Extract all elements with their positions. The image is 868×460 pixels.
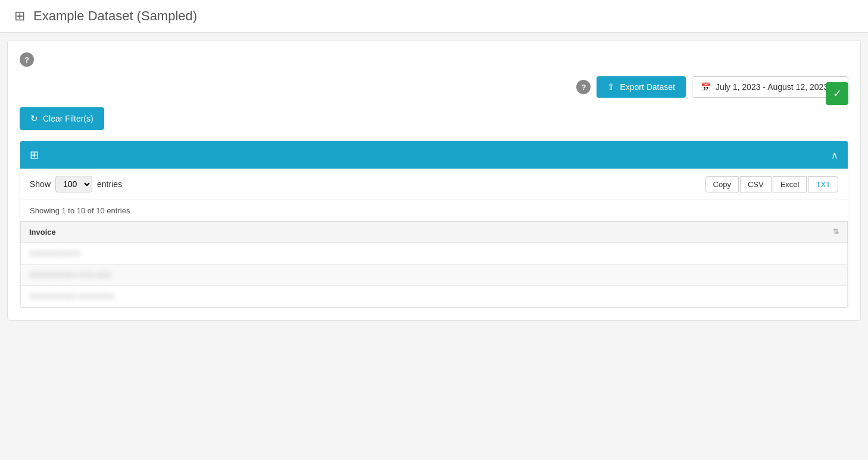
- table-row: XXXXXXXXX-XXXXXXX: [21, 286, 848, 307]
- export-dataset-button[interactable]: ⇧ Export Dataset: [597, 76, 686, 98]
- toolbar-help-icon[interactable]: ?: [576, 80, 591, 94]
- sort-icon: ⇅: [833, 228, 839, 236]
- collapse-icon[interactable]: ∧: [831, 150, 838, 161]
- checkmark-icon: ✓: [833, 87, 842, 100]
- table-controls: Show 100 10 25 50 entries Copy CSV Excel…: [20, 169, 848, 200]
- table-header-bar: ⊞ ∧: [20, 141, 848, 169]
- help-row: ?: [20, 52, 848, 67]
- invoice-cell: XXXXXXXXX-XXX-XXX: [21, 265, 848, 286]
- show-label: Show: [30, 179, 51, 189]
- refresh-icon: ↻: [30, 113, 38, 124]
- invoice-column-header[interactable]: Invoice ⇅: [21, 222, 848, 243]
- copy-button[interactable]: Copy: [705, 176, 739, 192]
- table-row: XXXXXXXXX-XXX-XXX: [21, 265, 848, 286]
- csv-button[interactable]: CSV: [740, 176, 772, 192]
- page-title: Example Dataset (Sampled): [33, 8, 197, 24]
- invoice-cell: XXXXXXXXXX: [21, 243, 848, 265]
- invoice-cell: XXXXXXXXX-XXXXXXX: [21, 286, 848, 307]
- table-grid-icon: ⊞: [30, 148, 39, 161]
- entries-label: entries: [97, 179, 122, 189]
- date-range-button[interactable]: 📅 July 1, 2023 - August 12, 2023 ▼: [692, 76, 848, 98]
- help-icon[interactable]: ?: [20, 52, 34, 67]
- data-table: Invoice ⇅ XXXXXXXXXX XXXXXXXXX-XXX-XXX: [20, 221, 848, 307]
- show-entries-control: Show 100 10 25 50 entries: [30, 176, 122, 192]
- export-buttons: Copy CSV Excel TXT: [705, 176, 838, 192]
- table-section: ⊞ ∧ Show 100 10 25 50 entries Copy CSV E…: [20, 141, 848, 308]
- table-row: XXXXXXXXXX: [21, 243, 848, 265]
- clear-filters-button[interactable]: ↻ Clear Filter(s): [20, 107, 104, 130]
- page-header: ⊞ Example Dataset (Sampled): [0, 0, 868, 33]
- calendar-icon: 📅: [701, 82, 711, 92]
- entries-per-page-select[interactable]: 100 10 25 50: [55, 176, 92, 192]
- confirm-button[interactable]: ✓: [826, 82, 848, 105]
- table-icon: ⊞: [14, 8, 25, 24]
- excel-button[interactable]: Excel: [773, 176, 807, 192]
- txt-button[interactable]: TXT: [808, 176, 838, 192]
- toolbar-row: ? ⇧ Export Dataset 📅 July 1, 2023 - Augu…: [20, 76, 848, 98]
- main-content: ? ? ⇧ Export Dataset 📅 July 1, 2023 - Au…: [7, 40, 861, 321]
- showing-entries-text: Showing 1 to 10 of 10 entries: [20, 200, 848, 221]
- share-icon: ⇧: [607, 82, 615, 92]
